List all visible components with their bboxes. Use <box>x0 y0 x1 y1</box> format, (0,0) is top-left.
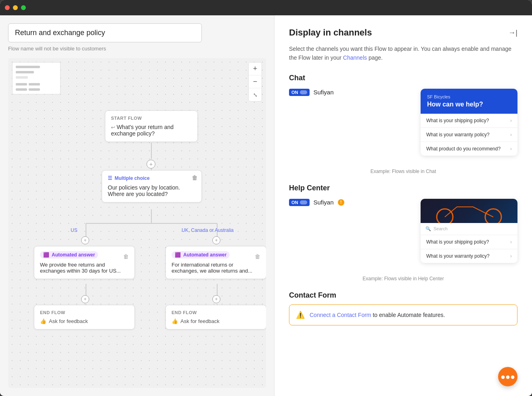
trash-icon[interactable]: 🗑 <box>192 175 197 181</box>
search-icon: 🔍 <box>425 226 431 231</box>
panel-description: Select the channels you want this Flow t… <box>289 44 517 63</box>
chat-channel-left: ON Sufiyan <box>289 89 404 98</box>
trash-icon-left[interactable]: 🗑 <box>123 253 129 260</box>
branch-label-intl: UK, Canada or Australia <box>182 227 234 233</box>
panel-header: Display in channels →| <box>289 27 517 38</box>
branch-plus-right[interactable]: + <box>212 235 220 246</box>
automated-node-left: 🟪 Automated answer 🗑 We provide free ret… <box>34 246 138 279</box>
back-icon: ↩ <box>111 125 115 130</box>
connect-contact-form-link[interactable]: Connect a Contact Form <box>310 312 371 318</box>
node-type-label: ☰ Multiple choice 🗑 <box>108 175 196 181</box>
fullscreen-dot[interactable] <box>21 5 26 10</box>
chat-toggle[interactable]: ON <box>289 89 310 96</box>
feedback-row-right: 👍 Ask for feedback <box>172 318 260 324</box>
auto-icon-left: 🟪 <box>43 252 49 258</box>
end-flow-node-left: END FLOW 👍 Ask for feedback <box>34 305 138 329</box>
app-window: Flow name will not be visible to custome… <box>0 0 532 396</box>
thumbs-up-icon-right: 👍 <box>172 318 178 324</box>
titlebar <box>0 0 532 15</box>
start-flow-node: START FLOW ↩ What's your return and exch… <box>105 110 198 142</box>
chat-option-1: What is your shipping policy? › <box>421 114 517 128</box>
automated-node-right: 🟪 Automated answer 🗑 For international r… <box>165 246 266 279</box>
multiple-choice-node: ☰ Multiple choice 🗑 Our policies vary by… <box>102 170 202 202</box>
hc-toggle-switch[interactable] <box>300 200 307 204</box>
chat-preview-header: SF Bicycles How can we help? <box>421 89 517 114</box>
help-center-channel-name: Sufiyan <box>314 199 334 206</box>
minimize-dot[interactable] <box>13 5 18 10</box>
thumbs-up-icon-left: 👍 <box>40 318 46 324</box>
help-center-section-title: Help Center <box>289 184 517 192</box>
warning-triangle-icon: ⚠️ <box>296 311 305 319</box>
list-icon: ☰ <box>108 175 112 181</box>
end-plus-left[interactable]: + <box>81 294 89 305</box>
chat-section-title: Chat <box>289 74 517 82</box>
zoom-out-button[interactable]: − <box>249 75 262 88</box>
hc-chevron-1: › <box>510 239 512 245</box>
fit-view-button[interactable]: ⤡ <box>249 88 262 101</box>
mini-map <box>12 62 61 94</box>
chat-store-name: SF Bicycles <box>427 94 511 99</box>
chat-bubble-icon: ●●● <box>501 372 515 381</box>
panel-title: Display in channels <box>289 27 372 38</box>
chat-options: What is your shipping policy? › What is … <box>421 114 517 156</box>
zoom-in-button[interactable]: + <box>249 63 262 75</box>
toggle-switch[interactable] <box>300 90 307 94</box>
help-center-preview: 🔍 Search What is your shipping policy? ›… <box>421 199 517 263</box>
auto-label-left: 🟪 Automated answer <box>40 251 98 258</box>
chat-preview: SF Bicycles How can we help? What is you… <box>421 89 517 156</box>
contact-form-banner: ⚠️ Connect a Contact Form to enable Auto… <box>289 304 517 325</box>
hc-options: What is your shipping policy? › What is … <box>421 235 517 263</box>
channels-link[interactable]: Channels <box>343 54 367 61</box>
hc-option-1: What is your shipping policy? › <box>421 235 517 249</box>
chevron-icon-3: › <box>510 146 512 152</box>
close-dot[interactable] <box>5 5 10 10</box>
contact-form-title: Contact Form <box>289 291 517 300</box>
flow-canvas: + − ⤡ <box>8 58 266 388</box>
auto-content-left: We provide free returns and exchanges wi… <box>40 262 129 274</box>
feedback-row-left: 👍 Ask for feedback <box>40 318 129 324</box>
multiple-choice-content: Our policies vary by location. Where are… <box>108 184 196 197</box>
chat-greeting: How can we help? <box>427 101 511 108</box>
chat-toggle-row: ON Sufiyan <box>289 89 404 96</box>
contact-form-section: Contact Form ⚠️ Connect a Contact Form t… <box>289 291 517 325</box>
flow-name-hint: Flow name will not be visible to custome… <box>8 46 266 52</box>
end-flow-node-right: END FLOW 👍 Ask for feedback <box>165 305 266 329</box>
trash-icon-right[interactable]: 🗑 <box>255 253 260 260</box>
connector-lines <box>8 58 266 388</box>
chevron-icon-1: › <box>510 118 512 123</box>
branch-label-us: US <box>71 227 77 233</box>
right-panel: Display in channels →| Select the channe… <box>274 15 532 396</box>
auto-label-right: 🟪 Automated answer <box>172 251 230 258</box>
hc-option-2: What is your warranty policy? › <box>421 249 517 263</box>
panel-nav-icon[interactable]: →| <box>508 29 517 37</box>
chat-bubble[interactable]: ●●● <box>498 367 517 386</box>
end-flow-label-right: END FLOW <box>172 310 260 315</box>
contact-form-text: Connect a Contact Form to enable Automat… <box>310 312 445 318</box>
end-flow-label-left: END FLOW <box>40 310 129 315</box>
start-node-content: ↩ What's your return and exchange policy… <box>111 124 192 137</box>
hc-bike-overlay <box>421 199 517 223</box>
help-center-toggle-row: ON Sufiyan ! <box>289 199 404 206</box>
zoom-controls[interactable]: + − ⤡ <box>248 62 262 102</box>
auto-icon-right: 🟪 <box>175 252 181 258</box>
chat-channel-name: Sufiyan <box>314 89 334 96</box>
hc-chevron-2: › <box>510 253 512 259</box>
hc-image <box>421 199 517 223</box>
chat-example-caption: Example: Flows visible in Chat <box>289 169 517 174</box>
connector-plus-1[interactable]: + <box>147 158 155 170</box>
chat-option-2: What is your warranty policy? › <box>421 128 517 142</box>
flow-name-input[interactable] <box>8 23 202 42</box>
auto-content-right: For international returns or exchanges, … <box>172 262 260 274</box>
help-center-channel-left: ON Sufiyan ! <box>289 199 404 208</box>
start-node-header: START FLOW <box>111 116 192 121</box>
hc-search-bar: 🔍 Search <box>421 223 517 235</box>
hc-example-caption: Example: Flows visible in Help Center <box>289 276 517 281</box>
help-center-toggle[interactable]: ON <box>289 199 310 206</box>
left-panel: Flow name will not be visible to custome… <box>0 15 274 396</box>
chat-channel-row: ON Sufiyan SF Bicycles How can we help? … <box>289 89 517 156</box>
chat-option-3: What product do you recommend? › <box>421 142 517 156</box>
branch-plus-left[interactable]: + <box>81 235 89 246</box>
warning-badge: ! <box>338 199 344 206</box>
end-plus-right[interactable]: + <box>212 294 220 305</box>
main-content: Flow name will not be visible to custome… <box>0 15 532 396</box>
